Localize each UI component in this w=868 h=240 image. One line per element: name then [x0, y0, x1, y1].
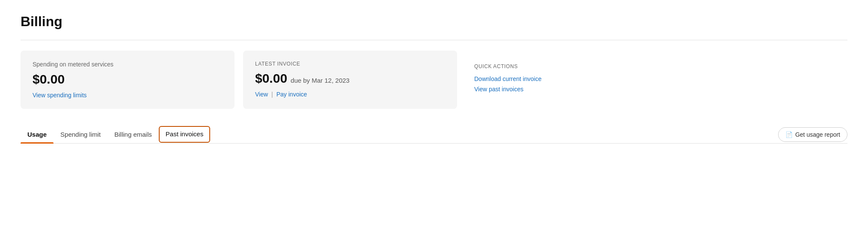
spending-card-label: Spending on metered services	[33, 61, 223, 68]
invoice-amount: $0.00	[255, 71, 287, 86]
quick-actions-label: QUICK ACTIONS	[474, 63, 541, 69]
document-icon: 📄	[785, 131, 793, 138]
download-invoice-link[interactable]: Download current invoice	[474, 75, 541, 82]
tab-billing-emails[interactable]: Billing emails	[107, 126, 159, 143]
spending-card: Spending on metered services $0.00 View …	[21, 51, 235, 109]
tab-usage[interactable]: Usage	[21, 126, 54, 143]
view-past-invoices-link[interactable]: View past invoices	[474, 86, 541, 93]
tab-spending-limit[interactable]: Spending limit	[54, 126, 107, 143]
page-container: Billing Spending on metered services $0.…	[0, 0, 868, 240]
tabs-left: Usage Spending limit Billing emails Past…	[21, 126, 210, 143]
invoice-amount-row: $0.00 due by Mar 12, 2023	[255, 71, 445, 86]
invoice-view-link[interactable]: View	[255, 91, 268, 98]
invoice-separator: |	[271, 91, 273, 98]
view-spending-limits-link[interactable]: View spending limits	[33, 92, 87, 99]
invoice-card-label: LATEST INVOICE	[255, 61, 445, 67]
tab-past-invoices[interactable]: Past invoices	[159, 126, 210, 143]
spending-amount: $0.00	[33, 72, 223, 87]
invoice-card: LATEST INVOICE $0.00 due by Mar 12, 2023…	[243, 51, 457, 109]
top-divider	[21, 40, 847, 40]
invoice-due-text: due by Mar 12, 2023	[291, 77, 350, 84]
quick-actions-section: QUICK ACTIONS Download current invoice V…	[457, 51, 541, 109]
pay-invoice-link[interactable]: Pay invoice	[276, 91, 307, 98]
cards-row: Spending on metered services $0.00 View …	[21, 51, 847, 109]
get-usage-report-button[interactable]: 📄 Get usage report	[778, 127, 847, 142]
invoice-actions-row: View | Pay invoice	[255, 91, 445, 98]
page-title: Billing	[21, 14, 847, 30]
tabs-row: Usage Spending limit Billing emails Past…	[21, 126, 847, 144]
